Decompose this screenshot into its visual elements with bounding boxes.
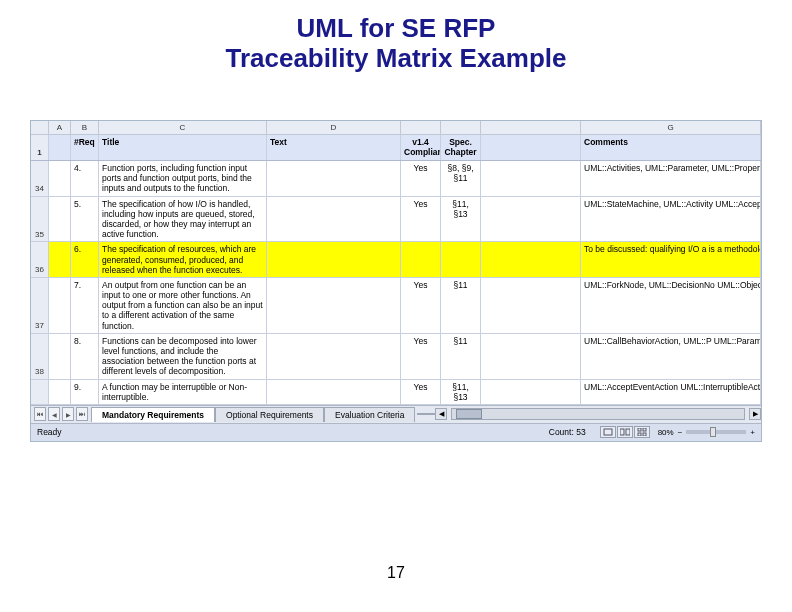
cell-comments[interactable]: To be discussed: qualifying I/O a is a m… [581, 242, 761, 277]
cell-text[interactable] [267, 380, 401, 404]
view-normal-icon[interactable] [600, 426, 616, 438]
tab-next-icon[interactable]: ▶ [62, 407, 74, 421]
row-number[interactable]: 38 [31, 334, 49, 379]
cell-text[interactable] [267, 242, 401, 277]
col-header-e2[interactable] [441, 121, 481, 134]
cell-blank2[interactable] [481, 161, 581, 196]
row-number[interactable] [31, 380, 49, 404]
cell-blank2[interactable] [481, 380, 581, 404]
cell-text[interactable] [267, 197, 401, 242]
cell-spec[interactable]: §11 [441, 278, 481, 333]
cell-compliance[interactable]: Yes [401, 197, 441, 242]
cell-title[interactable]: A function may be interruptible or Non-i… [99, 380, 267, 404]
table-row: 366.The specification of resources, whic… [31, 242, 761, 278]
svg-rect-3 [638, 428, 641, 431]
cell-blank[interactable] [49, 278, 71, 333]
col-header-g[interactable]: G [581, 121, 761, 134]
hdr-spec: Spec. Chapter [441, 135, 481, 160]
row-number[interactable]: 1 [31, 135, 49, 160]
cell-blank[interactable] [49, 334, 71, 379]
col-header-b[interactable]: B [71, 121, 99, 134]
sheet-tab-evaluation[interactable]: Evaluation Criteria [324, 407, 415, 422]
cell-blank2[interactable] [481, 197, 581, 242]
view-page-break-icon[interactable] [634, 426, 650, 438]
col-header-c[interactable]: C [99, 121, 267, 134]
hscroll-left-icon[interactable]: ◀ [435, 408, 447, 420]
row-number[interactable]: 36 [31, 242, 49, 277]
view-page-layout-icon[interactable] [617, 426, 633, 438]
cell-title[interactable]: The specification of resources, which ar… [99, 242, 267, 277]
cell-spec[interactable] [441, 242, 481, 277]
hscroll-thumb[interactable] [456, 409, 482, 419]
svg-rect-0 [604, 429, 612, 435]
svg-rect-1 [620, 429, 624, 435]
hdr-req: #Req [71, 135, 99, 160]
cell-title[interactable]: Function ports, including function input… [99, 161, 267, 196]
hdr-blank2 [481, 135, 581, 160]
hscroll-right-icon[interactable]: ▶ [749, 408, 761, 420]
zoom-slider-thumb[interactable] [710, 427, 716, 437]
cell-blank[interactable] [49, 161, 71, 196]
row-number[interactable]: 37 [31, 278, 49, 333]
hdr-title: Title [99, 135, 267, 160]
zoom-slider-track[interactable] [686, 430, 746, 434]
cell-req-num[interactable]: 4. [71, 161, 99, 196]
cell-req-num[interactable]: 7. [71, 278, 99, 333]
table-row: 377.An output from one function can be a… [31, 278, 761, 334]
cell-title[interactable]: Functions can be decomposed into lower l… [99, 334, 267, 379]
row-number[interactable]: 35 [31, 197, 49, 242]
svg-rect-2 [626, 429, 630, 435]
cell-text[interactable] [267, 161, 401, 196]
cell-comments[interactable]: UML::ForkNode, UML::DecisionNo UML::Obje… [581, 278, 761, 333]
cell-comments[interactable]: UML::StateMachine, UML::Activity UML::Ac… [581, 197, 761, 242]
row-number[interactable]: 34 [31, 161, 49, 196]
cell-comments[interactable]: UML::CallBehaviorAction, UML::P UML::Par… [581, 334, 761, 379]
sheet-tab-mandatory[interactable]: Mandatory Requirements [91, 407, 215, 422]
cell-comments[interactable]: UML::AcceptEventAction UML::Interruptibl… [581, 380, 761, 404]
cell-comments[interactable]: UML::Activities, UML::Parameter, UML::Pr… [581, 161, 761, 196]
zoom-in-icon[interactable]: + [750, 428, 755, 437]
cell-compliance[interactable]: Yes [401, 334, 441, 379]
cell-text[interactable] [267, 334, 401, 379]
cell-spec[interactable]: §11 [441, 334, 481, 379]
col-header-d[interactable]: D [267, 121, 401, 134]
col-header-e1[interactable] [401, 121, 441, 134]
col-header-a[interactable]: A [49, 121, 71, 134]
cell-blank2[interactable] [481, 278, 581, 333]
cell-blank[interactable] [49, 242, 71, 277]
cell-blank[interactable] [49, 197, 71, 242]
cell-spec[interactable]: §8, §9, §11 [441, 161, 481, 196]
hscroll-track[interactable] [451, 408, 745, 420]
cell-compliance[interactable]: Yes [401, 278, 441, 333]
cell-blank2[interactable] [481, 242, 581, 277]
cell-compliance[interactable]: Yes [401, 380, 441, 404]
cell-compliance[interactable]: Yes [401, 161, 441, 196]
cell-spec[interactable]: §11, §13 [441, 380, 481, 404]
hdr-text: Text [267, 135, 401, 160]
cell-req-num[interactable]: 5. [71, 197, 99, 242]
zoom-control: 80% − + [658, 428, 755, 437]
spreadsheet-screenshot: A B C D G 1 #Req Title Text v1.4 Complia… [30, 120, 762, 442]
zoom-value: 80% [658, 428, 674, 437]
cell-text[interactable] [267, 278, 401, 333]
table-header-row: 1 #Req Title Text v1.4 Compliance Spec. … [31, 135, 761, 161]
tab-first-icon[interactable]: ⏮ [34, 407, 46, 421]
col-header-f[interactable] [481, 121, 581, 134]
cell-req-num[interactable]: 9. [71, 380, 99, 404]
zoom-out-icon[interactable]: − [678, 428, 683, 437]
slide-page-number: 17 [0, 564, 792, 582]
cell-blank2[interactable] [481, 334, 581, 379]
status-ready: Ready [37, 427, 549, 437]
cell-spec[interactable]: §11, §13 [441, 197, 481, 242]
cell-title[interactable]: The specification of how I/O is handled,… [99, 197, 267, 242]
cell-title[interactable]: An output from one function can be an in… [99, 278, 267, 333]
cell-req-num[interactable]: 8. [71, 334, 99, 379]
tab-prev-icon[interactable]: ◀ [48, 407, 60, 421]
title-line-2: Traceability Matrix Example [0, 44, 792, 74]
sheet-tab-optional[interactable]: Optional Requirements [215, 407, 324, 422]
cell-compliance[interactable] [401, 242, 441, 277]
tab-last-icon[interactable]: ⏭ [76, 407, 88, 421]
select-all-corner[interactable] [31, 121, 49, 134]
cell-blank[interactable] [49, 380, 71, 404]
cell-req-num[interactable]: 6. [71, 242, 99, 277]
